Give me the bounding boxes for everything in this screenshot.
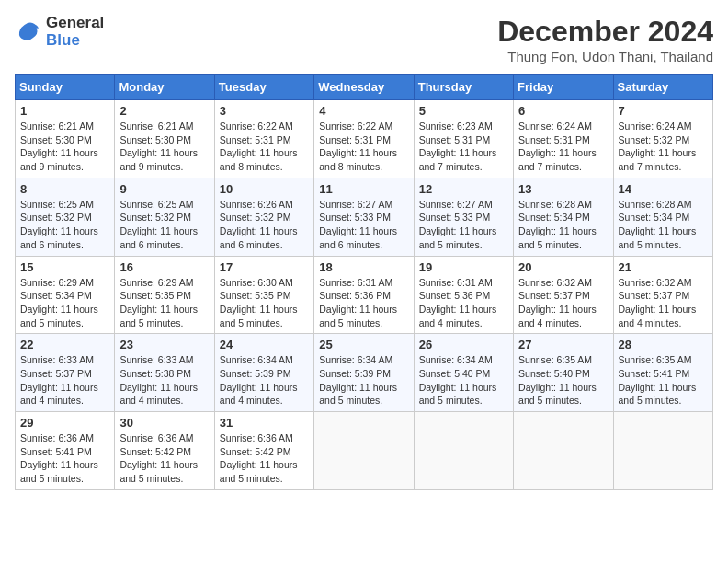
day-info: Sunrise: 6:23 AM Sunset: 5:31 PM Dayligh… (419, 120, 508, 174)
day-number: 3 (220, 104, 309, 118)
day-info: Sunrise: 6:30 AM Sunset: 5:35 PM Dayligh… (220, 276, 309, 330)
col-tuesday: Tuesday (214, 75, 313, 100)
day-number: 8 (20, 182, 109, 196)
day-info: Sunrise: 6:28 AM Sunset: 5:34 PM Dayligh… (518, 198, 608, 252)
day-number: 26 (419, 338, 508, 351)
table-row: 30 Sunrise: 6:36 AM Sunset: 5:42 PM Dayl… (115, 412, 214, 490)
table-row: 17 Sunrise: 6:30 AM Sunset: 5:35 PM Dayl… (214, 256, 313, 334)
table-row (414, 412, 513, 490)
table-row: 19 Sunrise: 6:31 AM Sunset: 5:36 PM Dayl… (414, 256, 513, 334)
table-row: 10 Sunrise: 6:26 AM Sunset: 5:32 PM Dayl… (214, 178, 313, 256)
day-number: 28 (619, 338, 708, 351)
month-title: December 2024 (497, 15, 713, 49)
table-row: 7 Sunrise: 6:24 AM Sunset: 5:32 PM Dayli… (613, 100, 712, 178)
table-row: 14 Sunrise: 6:28 AM Sunset: 5:34 PM Dayl… (613, 178, 712, 256)
table-row (613, 412, 712, 490)
table-row: 21 Sunrise: 6:32 AM Sunset: 5:37 PM Dayl… (613, 256, 712, 334)
col-monday: Monday (115, 75, 214, 100)
table-row: 11 Sunrise: 6:27 AM Sunset: 5:33 PM Dayl… (314, 178, 414, 256)
logo-blue: Blue (46, 32, 104, 50)
table-row: 1 Sunrise: 6:21 AM Sunset: 5:30 PM Dayli… (16, 100, 115, 178)
day-info: Sunrise: 6:27 AM Sunset: 5:33 PM Dayligh… (319, 198, 408, 252)
title-area: December 2024 Thung Fon, Udon Thani, Tha… (497, 15, 713, 64)
day-info: Sunrise: 6:34 AM Sunset: 5:39 PM Dayligh… (220, 353, 309, 408)
day-number: 30 (119, 416, 209, 430)
day-number: 31 (220, 416, 309, 430)
table-row: 8 Sunrise: 6:25 AM Sunset: 5:32 PM Dayli… (16, 178, 115, 256)
day-info: Sunrise: 6:26 AM Sunset: 5:32 PM Dayligh… (220, 198, 309, 252)
logo: General Blue (15, 15, 104, 49)
day-number: 15 (20, 260, 109, 274)
table-row: 28 Sunrise: 6:35 AM Sunset: 5:41 PM Dayl… (613, 334, 712, 412)
day-info: Sunrise: 6:33 AM Sunset: 5:37 PM Dayligh… (20, 353, 109, 408)
table-row: 24 Sunrise: 6:34 AM Sunset: 5:39 PM Dayl… (214, 334, 313, 412)
day-number: 18 (319, 260, 408, 274)
logo-general: General (46, 15, 104, 32)
day-info: Sunrise: 6:25 AM Sunset: 5:32 PM Dayligh… (119, 198, 209, 252)
day-number: 19 (419, 260, 508, 274)
day-number: 22 (20, 338, 109, 351)
day-info: Sunrise: 6:36 AM Sunset: 5:42 PM Dayligh… (220, 431, 309, 486)
day-number: 24 (220, 338, 309, 351)
day-info: Sunrise: 6:35 AM Sunset: 5:40 PM Dayligh… (518, 353, 608, 408)
table-row: 9 Sunrise: 6:25 AM Sunset: 5:32 PM Dayli… (115, 178, 214, 256)
table-row: 3 Sunrise: 6:22 AM Sunset: 5:31 PM Dayli… (214, 100, 313, 178)
table-row (514, 412, 613, 490)
table-row: 23 Sunrise: 6:33 AM Sunset: 5:38 PM Dayl… (115, 334, 214, 412)
calendar-week-row: 1 Sunrise: 6:21 AM Sunset: 5:30 PM Dayli… (16, 100, 713, 178)
day-number: 2 (119, 104, 209, 118)
day-info: Sunrise: 6:25 AM Sunset: 5:32 PM Dayligh… (20, 198, 109, 252)
table-row: 26 Sunrise: 6:34 AM Sunset: 5:40 PM Dayl… (414, 334, 513, 412)
day-info: Sunrise: 6:29 AM Sunset: 5:35 PM Dayligh… (119, 276, 209, 330)
day-info: Sunrise: 6:22 AM Sunset: 5:31 PM Dayligh… (220, 120, 309, 174)
calendar-week-row: 8 Sunrise: 6:25 AM Sunset: 5:32 PM Dayli… (16, 178, 713, 256)
day-info: Sunrise: 6:35 AM Sunset: 5:41 PM Dayligh… (619, 353, 708, 408)
day-info: Sunrise: 6:27 AM Sunset: 5:33 PM Dayligh… (419, 198, 508, 252)
calendar-header-row: Sunday Monday Tuesday Wednesday Thursday… (16, 75, 713, 100)
table-row: 27 Sunrise: 6:35 AM Sunset: 5:40 PM Dayl… (514, 334, 613, 412)
day-number: 17 (220, 260, 309, 274)
day-info: Sunrise: 6:34 AM Sunset: 5:39 PM Dayligh… (319, 353, 408, 408)
col-thursday: Thursday (414, 75, 513, 100)
table-row: 13 Sunrise: 6:28 AM Sunset: 5:34 PM Dayl… (514, 178, 613, 256)
day-number: 13 (518, 182, 608, 196)
day-number: 6 (518, 104, 608, 118)
day-number: 12 (419, 182, 508, 196)
day-number: 23 (119, 338, 209, 351)
calendar-week-row: 15 Sunrise: 6:29 AM Sunset: 5:34 PM Dayl… (16, 256, 713, 334)
day-info: Sunrise: 6:32 AM Sunset: 5:37 PM Dayligh… (619, 276, 708, 330)
table-row: 31 Sunrise: 6:36 AM Sunset: 5:42 PM Dayl… (214, 412, 313, 490)
day-info: Sunrise: 6:24 AM Sunset: 5:31 PM Dayligh… (518, 120, 608, 174)
day-number: 4 (319, 104, 408, 118)
day-number: 14 (619, 182, 708, 196)
day-number: 16 (119, 260, 209, 274)
table-row: 25 Sunrise: 6:34 AM Sunset: 5:39 PM Dayl… (314, 334, 414, 412)
table-row: 4 Sunrise: 6:22 AM Sunset: 5:31 PM Dayli… (314, 100, 414, 178)
table-row: 6 Sunrise: 6:24 AM Sunset: 5:31 PM Dayli… (514, 100, 613, 178)
calendar-table: Sunday Monday Tuesday Wednesday Thursday… (15, 74, 713, 490)
table-row: 15 Sunrise: 6:29 AM Sunset: 5:34 PM Dayl… (16, 256, 115, 334)
day-number: 29 (20, 416, 109, 430)
day-number: 1 (20, 104, 109, 118)
table-row: 18 Sunrise: 6:31 AM Sunset: 5:36 PM Dayl… (314, 256, 414, 334)
day-number: 5 (419, 104, 508, 118)
logo-icon (15, 19, 40, 45)
day-number: 11 (319, 182, 408, 196)
day-info: Sunrise: 6:22 AM Sunset: 5:31 PM Dayligh… (319, 120, 408, 174)
day-info: Sunrise: 6:36 AM Sunset: 5:42 PM Dayligh… (119, 431, 209, 486)
location-title: Thung Fon, Udon Thani, Thailand (497, 49, 713, 64)
day-info: Sunrise: 6:28 AM Sunset: 5:34 PM Dayligh… (619, 198, 708, 252)
day-number: 21 (619, 260, 708, 274)
day-info: Sunrise: 6:33 AM Sunset: 5:38 PM Dayligh… (119, 353, 209, 408)
day-number: 10 (220, 182, 309, 196)
day-number: 27 (518, 338, 608, 351)
day-info: Sunrise: 6:21 AM Sunset: 5:30 PM Dayligh… (119, 120, 209, 174)
table-row (314, 412, 414, 490)
table-row: 5 Sunrise: 6:23 AM Sunset: 5:31 PM Dayli… (414, 100, 513, 178)
table-row: 20 Sunrise: 6:32 AM Sunset: 5:37 PM Dayl… (514, 256, 613, 334)
day-info: Sunrise: 6:34 AM Sunset: 5:40 PM Dayligh… (419, 353, 508, 408)
day-number: 25 (319, 338, 408, 351)
calendar-week-row: 29 Sunrise: 6:36 AM Sunset: 5:41 PM Dayl… (16, 412, 713, 490)
col-wednesday: Wednesday (314, 75, 414, 100)
table-row: 2 Sunrise: 6:21 AM Sunset: 5:30 PM Dayli… (115, 100, 214, 178)
